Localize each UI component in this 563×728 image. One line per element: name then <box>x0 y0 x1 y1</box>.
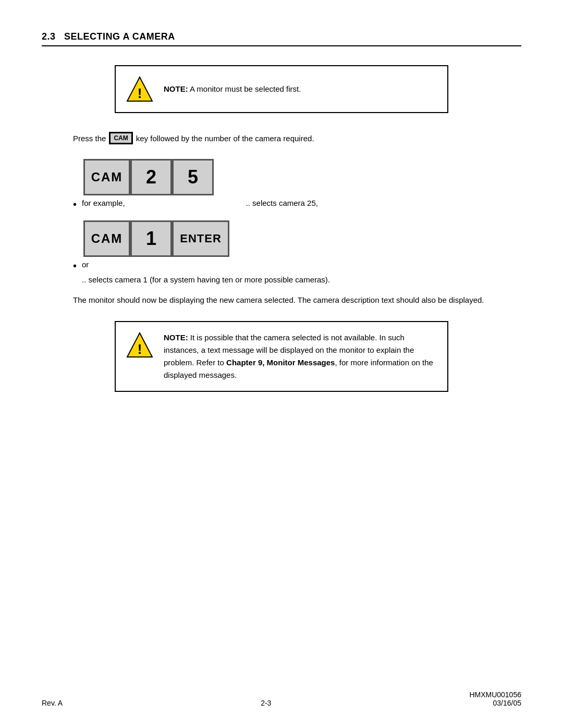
bullet-example1: • for example, .. selects camera 25, <box>73 198 490 212</box>
note-box-top: ! NOTE: A monitor must be selected first… <box>115 65 448 113</box>
footer: Rev. A 2-3 HMXMU001056 03/16/05 <box>42 690 521 707</box>
bullet-example2-content: or .. selects camera 1 (for a system hav… <box>82 259 436 286</box>
press-line: Press the CAM key followed by the number… <box>73 132 490 144</box>
cam-key-inline: CAM <box>109 132 132 144</box>
note-text-top: NOTE: A monitor must be selected first. <box>164 83 301 95</box>
body-content: Press the CAM key followed by the number… <box>42 132 521 306</box>
num-5-key: 5 <box>172 159 214 195</box>
warning-icon-bottom: ! <box>126 331 153 359</box>
example2-section: CAM 1 ENTER • or .. selects camera 1 (fo… <box>73 220 490 286</box>
svg-text:!: ! <box>138 85 142 101</box>
enter-key: ENTER <box>172 220 229 257</box>
footer-right: HMXMU001056 03/16/05 <box>469 690 521 707</box>
footer-left: Rev. A <box>42 699 63 707</box>
note-text-bottom: NOTE: It is possible that the camera sel… <box>164 331 437 381</box>
example1-keys: CAM 2 5 <box>83 159 214 195</box>
note-box-bottom: ! NOTE: It is possible that the camera s… <box>115 321 448 392</box>
page: 2.3 SELECTING A CAMERA ! NOTE: A monitor… <box>0 0 563 728</box>
num-2-key: 2 <box>130 159 172 195</box>
example1-section: CAM 2 5 • for example, .. selects camera… <box>73 159 490 212</box>
warning-icon-top: ! <box>126 76 153 103</box>
section-heading: 2.3 SELECTING A CAMERA <box>42 31 521 46</box>
section-title: 2.3 SELECTING A CAMERA <box>42 31 175 42</box>
footer-center: 2-3 <box>261 699 271 707</box>
svg-text:!: ! <box>138 341 142 357</box>
num-1-key: 1 <box>130 220 172 257</box>
cam-key-1: CAM <box>83 159 130 195</box>
bullet-example1-content: for example, .. selects camera 25, <box>82 198 318 209</box>
bullet-example2: • or .. selects camera 1 (for a system h… <box>73 259 490 286</box>
example2-keys: CAM 1 ENTER <box>83 220 229 257</box>
cam-key-2: CAM <box>83 220 130 257</box>
body-paragraph: The monitor should now be displaying the… <box>73 294 490 306</box>
